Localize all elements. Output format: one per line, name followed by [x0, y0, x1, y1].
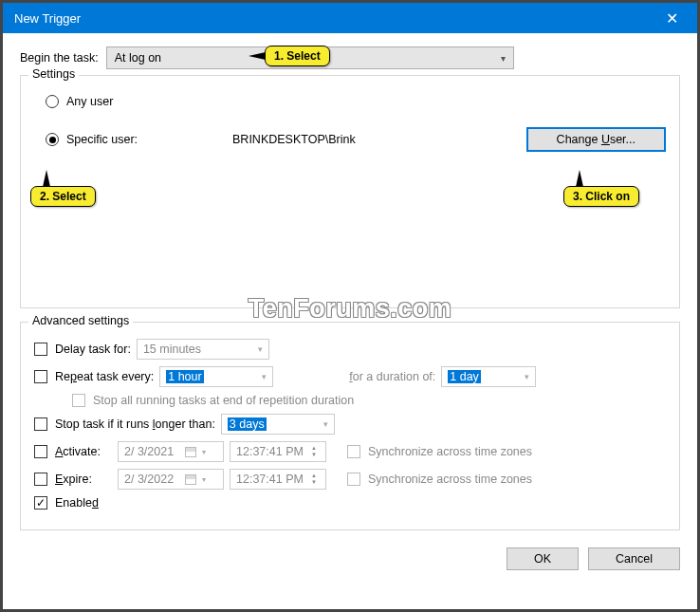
change-user-button[interactable]: Change User...: [526, 127, 666, 152]
callout-1: 1. Select: [265, 46, 330, 66]
chevron-down-icon: ▾: [252, 344, 263, 354]
expire-label: Expire:: [55, 473, 112, 486]
stop-if-checkbox[interactable]: [34, 417, 47, 431]
begin-task-label: Begin the task:: [20, 51, 99, 65]
expire-date[interactable]: 2/ 3/2022▾: [118, 469, 224, 490]
repeat-checkbox[interactable]: [34, 370, 47, 383]
calendar-icon: [185, 474, 196, 485]
advanced-fieldset: Advanced settings Delay task for: 15 min…: [20, 322, 680, 530]
settings-fieldset: Settings Any user Specific user: BRINKDE…: [20, 75, 680, 308]
stop-if-label: Stop task if it runs longer than:: [55, 417, 215, 431]
activate-time[interactable]: 12:37:41 PM▲▼: [230, 441, 326, 462]
sync1-checkbox: [347, 445, 360, 458]
specific-user-label: Specific user:: [66, 133, 138, 146]
ok-button[interactable]: OK: [507, 547, 579, 570]
activate-checkbox[interactable]: [34, 445, 47, 458]
sync1-label: Synchronize across time zones: [368, 445, 532, 458]
sync2-checkbox: [347, 473, 360, 486]
cancel-button[interactable]: Cancel: [588, 547, 680, 570]
any-user-radio[interactable]: [46, 95, 59, 108]
chevron-down-icon: ▾: [501, 53, 506, 64]
sync2-label: Synchronize across time zones: [368, 473, 532, 486]
enabled-checkbox[interactable]: [34, 496, 47, 510]
settings-legend: Settings: [28, 67, 79, 81]
repeat-combo[interactable]: 1 hour▾: [159, 366, 273, 387]
callout-2: 2. Select: [30, 186, 96, 207]
specific-user-value: BRINKDESKTOP\Brink: [232, 133, 356, 146]
activate-date[interactable]: 2/ 3/2021▾: [118, 441, 224, 462]
any-user-label: Any user: [66, 95, 113, 108]
window-title: New Trigger: [14, 11, 658, 26]
stop-all-checkbox: [72, 394, 85, 407]
delay-combo[interactable]: 15 minutes▾: [137, 339, 269, 360]
chevron-down-icon: ▾: [318, 419, 328, 429]
specific-user-radio[interactable]: [46, 133, 59, 146]
stop-if-combo[interactable]: 3 days▾: [221, 414, 335, 435]
advanced-legend: Advanced settings: [28, 314, 133, 327]
delay-label: Delay task for:: [55, 343, 131, 356]
titlebar: New Trigger ✕: [3, 3, 697, 33]
chevron-down-icon: ▾: [256, 372, 267, 381]
chevron-down-icon: ▾: [519, 372, 529, 381]
begin-task-value: At log on: [115, 51, 161, 65]
activate-label: Activate:: [55, 445, 112, 458]
stop-all-label: Stop all running tasks at end of repetit…: [93, 394, 354, 407]
expire-checkbox[interactable]: [34, 473, 47, 486]
duration-combo[interactable]: 1 day▾: [441, 366, 536, 387]
duration-label: for a duration of:: [349, 370, 435, 383]
repeat-label: Repeat task every:: [55, 370, 154, 383]
expire-time[interactable]: 12:37:41 PM▲▼: [230, 469, 326, 490]
close-icon[interactable]: ✕: [658, 9, 686, 28]
enabled-label: Enabled: [55, 496, 99, 510]
callout-3: 3. Click on: [563, 186, 639, 207]
delay-checkbox[interactable]: [34, 343, 47, 356]
calendar-icon: [185, 447, 196, 457]
